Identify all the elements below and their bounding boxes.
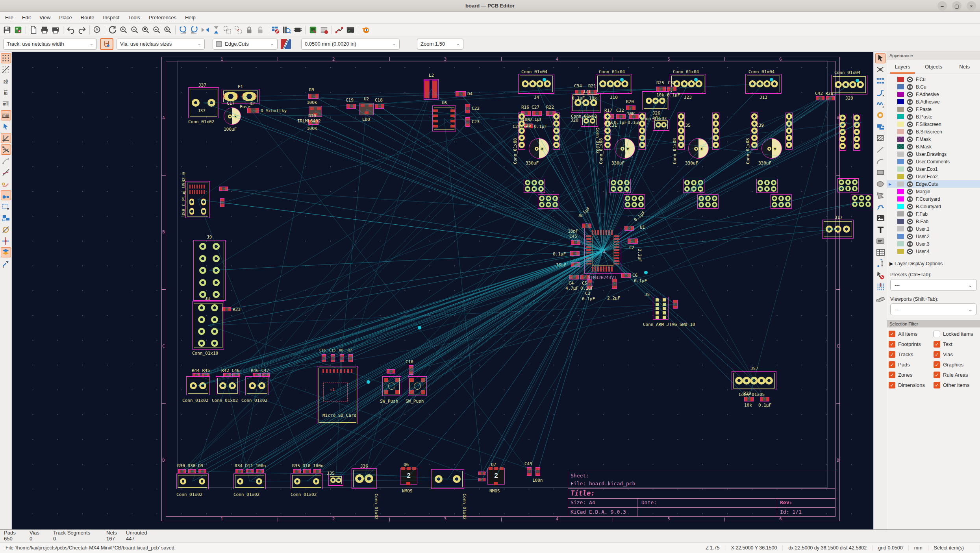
layer-color-swatch[interactable] [897,181,904,187]
smd-footprint[interactable] [235,469,243,473]
visibility-eye-icon[interactable] [907,121,913,128]
smd-footprint[interactable] [193,373,200,377]
smd-footprint[interactable] [532,111,542,116]
select-tool-button[interactable] [875,53,886,63]
zoom-out-button[interactable] [129,24,140,35]
electrolytic-capacitor-footprint[interactable] [529,138,549,159]
layer-row-f.paste[interactable]: F.Paste [887,105,980,113]
layer-row-user.eco1[interactable]: User.Eco1 [887,165,980,173]
layer-row-b.paste[interactable]: B.Paste [887,113,980,120]
group-button[interactable] [222,24,233,35]
pad-block-footprint[interactable] [524,179,545,192]
smd-footprint[interactable] [569,275,579,279]
checkbox-icon[interactable]: ✓ [934,341,940,348]
smd-footprint[interactable] [816,96,824,100]
pad-strip-footprint[interactable] [751,113,758,149]
layer-row-user.1[interactable]: User.1 [887,225,980,233]
net-color-mode-button[interactable] [1,167,11,178]
pad-block-footprint[interactable] [610,179,630,192]
checkbox-icon[interactable]: ✓ [889,331,895,337]
visibility-eye-icon[interactable] [907,211,913,217]
layer-row-user.2[interactable]: User.2 [887,233,980,240]
zoom-selection-button[interactable] [162,24,173,35]
redo-button[interactable] [76,24,87,35]
menu-inspect[interactable]: Inspect [99,13,124,22]
visibility-eye-icon[interactable] [907,136,913,142]
smd-footprint[interactable] [375,104,384,109]
pad-block-footprint[interactable] [851,194,872,208]
connector-footprint[interactable] [520,76,553,92]
layer-row-f.silkscreen[interactable]: F.Silkscreen [887,120,980,128]
tab-nets[interactable]: Nets [949,59,980,74]
connector-footprint[interactable] [247,378,267,394]
grid-origin-button[interactable] [875,281,886,292]
connector-footprint[interactable] [597,76,630,92]
layer-row-margin[interactable]: Margin [887,188,980,195]
layer-color-swatch[interactable] [897,129,904,134]
layer-color-swatch[interactable] [897,99,904,104]
draw-circle-button[interactable] [875,179,886,189]
connector-footprint[interactable] [433,471,463,487]
connector-footprint[interactable] [178,475,207,488]
unlock-button[interactable] [255,24,266,35]
layer-color-swatch[interactable] [897,219,904,224]
push-button-footprint[interactable] [409,378,425,394]
checkbox-icon[interactable]: ✓ [934,372,940,378]
pad-block-footprint[interactable] [684,179,704,192]
smd-footprint[interactable] [465,104,470,113]
scripting-console-button[interactable]: >_ [345,24,356,35]
add-textbox-button[interactable] [875,236,886,246]
smd-footprint[interactable] [198,469,206,473]
filter-tracks[interactable]: ✓Tracks [889,351,934,358]
smd-footprint[interactable] [465,117,470,127]
smd-footprint[interactable] [262,373,270,377]
visibility-eye-icon[interactable] [907,144,913,150]
soic-footprint[interactable] [434,107,454,130]
pad-block-footprint[interactable] [757,179,777,192]
visibility-eye-icon[interactable] [907,76,913,83]
add-image-button[interactable] [875,213,886,223]
connector-footprint[interactable] [654,120,668,129]
ungroup-button[interactable] [233,24,244,35]
units-inches-button[interactable]: in [1,87,11,98]
ratsnest-visibility-button[interactable] [1,144,11,155]
lock-button[interactable] [244,24,255,35]
window-minimize-button[interactable]: – [937,1,947,11]
find-button[interactable]: A [92,24,103,35]
smd-footprint[interactable] [340,354,344,362]
layer-row-b.silkscreen[interactable]: B.Silkscreen [887,128,980,135]
smd-footprint[interactable] [178,469,186,473]
visibility-eye-icon[interactable] [907,151,913,157]
smd-footprint[interactable] [387,369,395,374]
filter-rule-areas[interactable]: ✓Rule Areas [934,372,978,378]
layer-color-swatch[interactable] [897,159,904,164]
smd-footprint[interactable] [222,307,231,311]
cross-probe-button[interactable] [1,236,11,246]
layer-color-swatch[interactable] [897,137,904,142]
layer-row-user.comments[interactable]: User.Comments [887,158,980,165]
checkbox-icon[interactable]: ✓ [934,361,940,368]
pad-block-footprint[interactable] [771,195,791,208]
checkbox-icon[interactable] [934,331,940,337]
jtag-connector-footprint[interactable] [653,297,668,319]
zoom-select[interactable]: Zoom 1.50 ⌄ [417,39,463,50]
track-display-mode-button[interactable] [1,179,11,189]
pin-header-footprint[interactable] [195,242,224,299]
layer-row-b.cu[interactable]: B.Cu [887,83,980,91]
pad-block-footprint[interactable] [538,195,559,208]
layer-color-swatch[interactable] [897,189,904,194]
connector-footprint[interactable] [824,221,852,237]
active-layer-select[interactable]: Edge.Cuts ⌄ [213,39,278,50]
pad-block-footprint[interactable] [624,195,645,208]
layer-row-edge.cuts[interactable]: Edge.Cuts [887,180,980,188]
menu-file[interactable]: File [1,13,18,22]
route-tracks-button[interactable] [875,87,886,98]
layer-row-user.3[interactable]: User.3 [887,240,980,248]
layer-row-b.adhesive[interactable]: B.Adhesive [887,98,980,105]
flip-horizontal-button[interactable] [200,24,211,35]
drc-checker-button[interactable] [281,24,292,35]
filter-dimensions[interactable]: ✓Dimensions [889,382,934,388]
connector-footprint[interactable] [747,76,780,92]
layer-color-swatch[interactable] [897,144,904,149]
add-dimension-button[interactable] [875,259,886,269]
